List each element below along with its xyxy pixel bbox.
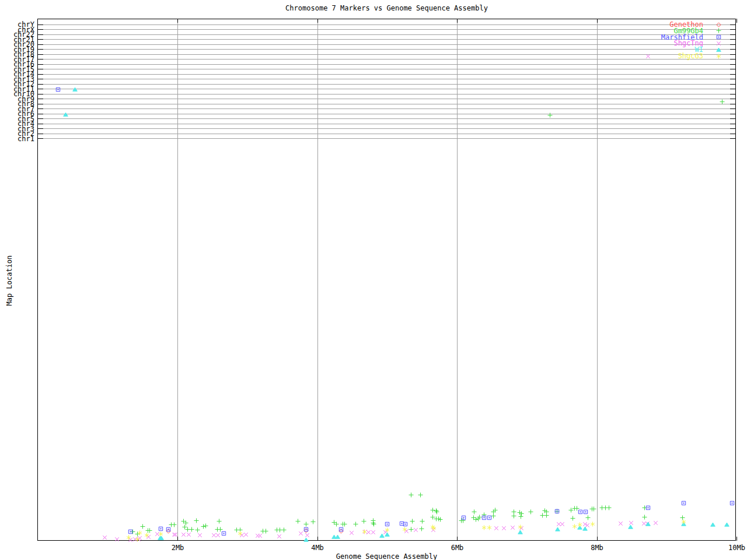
chromosome-row-line — [37, 99, 736, 99]
point-gm99gb4 — [720, 99, 725, 104]
point-gm99gb4 — [195, 527, 200, 533]
point-gm99gb4 — [434, 509, 439, 514]
point-gm99gb4 — [371, 522, 376, 527]
y-tick-left — [37, 114, 43, 114]
point-gm99gb4 — [194, 518, 199, 523]
y-tick-left — [37, 89, 43, 89]
point-gm99gb4 — [511, 513, 516, 519]
x-tick-label: 10Mb — [720, 544, 747, 552]
legend-marker-gm99gb4 — [716, 28, 721, 33]
legend-label-shgctng: ShgcTng — [627, 40, 703, 47]
point-gm99gb4 — [263, 528, 268, 534]
legend-label-shgcg3: ShgcG3 — [627, 53, 703, 60]
point-wi — [385, 532, 390, 537]
y-tick-left — [37, 34, 43, 35]
point-shgctng — [298, 531, 303, 536]
point-marshfield — [221, 531, 226, 536]
x-tick-bottom — [177, 537, 178, 541]
point-gm99gb4 — [281, 527, 287, 533]
point-shgctng — [102, 535, 107, 540]
chromosome-row-line — [37, 128, 736, 129]
y-tick-right — [730, 24, 736, 25]
y-tick-left — [37, 134, 43, 134]
y-tick-left — [37, 128, 43, 129]
legend-marker-shgcg3 — [716, 54, 721, 59]
point-shgcg3 — [487, 525, 492, 530]
point-shgcg3 — [385, 527, 390, 533]
x-tick-label: 4Mb — [300, 544, 335, 552]
point-gm99gb4 — [418, 492, 423, 498]
point-shgctng — [114, 537, 120, 542]
point-shgctng — [173, 532, 178, 537]
y-tick-right — [730, 44, 736, 45]
y-tick-left — [37, 59, 43, 60]
point-marshfield — [461, 515, 466, 520]
x-gridline — [597, 19, 598, 541]
y-tick-left — [37, 39, 43, 40]
chromosome-row-line — [37, 138, 736, 139]
point-wi — [303, 537, 309, 542]
point-marshfield — [645, 505, 651, 510]
chromosome-row-line — [37, 134, 736, 134]
y-tick-left — [37, 99, 43, 99]
point-shgcg3 — [481, 525, 487, 530]
point-gm99gb4 — [518, 514, 523, 519]
y-tick-right — [730, 69, 736, 69]
point-gm99gb4 — [334, 522, 339, 527]
y-tick-right — [730, 54, 736, 55]
point-marshfield — [128, 529, 133, 534]
x-tick-label: 6Mb — [440, 544, 475, 552]
y-tick-right — [730, 74, 736, 75]
x-tick-label: 8Mb — [580, 544, 615, 552]
chromosome-marker-chart: Chromosome 7 Markers vs Genome Sequence … — [0, 0, 747, 560]
y-tick-right — [730, 29, 736, 30]
point-wi — [379, 533, 385, 538]
point-gm99gb4 — [544, 509, 549, 514]
point-gm99gb4 — [310, 519, 316, 524]
y-tick-right — [730, 39, 736, 40]
y-tick-left — [37, 108, 43, 109]
y-tick-label: chr1 — [8, 136, 34, 142]
point-shgcg3 — [158, 531, 163, 537]
y-tick-right — [730, 89, 736, 89]
y-tick-right — [730, 94, 736, 94]
y-tick-right — [730, 49, 736, 50]
y-tick-right — [730, 64, 736, 65]
legend-marker-genethon — [716, 22, 721, 27]
y-tick-left — [37, 79, 43, 79]
point-gm99gb4 — [547, 113, 553, 118]
x-tick-bottom — [317, 537, 318, 541]
y-tick-left — [37, 29, 43, 30]
point-wi — [72, 87, 78, 92]
point-gm99gb4 — [172, 522, 177, 527]
point-gm99gb4 — [570, 516, 575, 521]
plot-border — [37, 19, 736, 541]
point-shgctng — [257, 533, 263, 538]
point-shgcg3 — [681, 519, 686, 524]
point-wi — [724, 522, 729, 527]
x-tick-top — [317, 19, 318, 23]
x-tick-bottom — [457, 537, 458, 541]
point-shgcg3 — [137, 530, 142, 536]
point-shgctng — [215, 533, 221, 538]
point-gm99gb4 — [342, 522, 347, 527]
point-marshfield — [166, 527, 171, 532]
point-gm99gb4 — [528, 509, 533, 514]
chromosome-row-line — [37, 64, 736, 65]
point-gm99gb4 — [353, 522, 358, 527]
point-shgctng — [349, 530, 354, 536]
point-wi — [335, 534, 340, 540]
point-gm99gb4 — [409, 492, 414, 498]
point-shgctng — [413, 527, 418, 533]
point-shgctng — [243, 532, 249, 537]
point-marshfield — [158, 526, 163, 531]
chromosome-row-line — [37, 124, 736, 124]
point-shgctng — [501, 526, 507, 531]
y-tick-right — [730, 124, 736, 124]
point-shgctng — [653, 520, 658, 526]
point-gm99gb4 — [295, 519, 301, 524]
point-shgcg3 — [402, 527, 407, 532]
chromosome-row-line — [37, 94, 736, 94]
point-shgcg3 — [362, 529, 367, 534]
point-gm99gb4 — [303, 522, 309, 527]
